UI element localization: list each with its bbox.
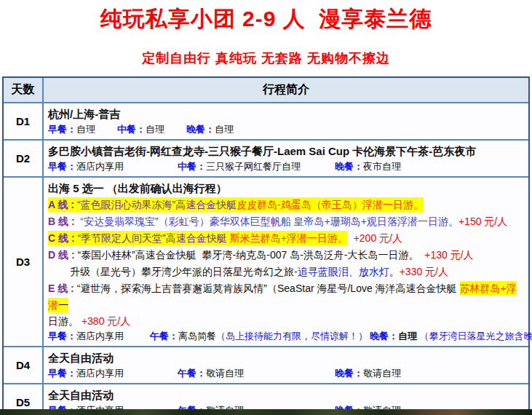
text-segment: +330 元/人 [400,266,448,277]
meal-value: 酒店内享用 [76,161,124,172]
content-line: 升级（星光号）攀牙湾少年派的日落星光奇幻之旅-追寻蓝眼泪、放水灯。+330 元/… [48,264,524,280]
text-segment: +200 元/人 [348,232,402,244]
table-header: 天数 行程简介 [4,78,528,103]
content-line: E 线 : “避世海，探索海上吉普赛邂逅莫肯族风情”（SeaStar 海星号/L… [48,280,524,314]
meal-value: 自理 [215,124,234,135]
meal-item: 早餐：自理 [48,122,95,137]
text-segment: 斯米兰群岛+浮潜一日游。 [230,231,348,245]
meal-line: 早餐：自理中餐：自理晚餐：自理 [48,122,524,137]
meal-value: 离岛简餐（岛上接待能力有限，尽情谅解！） [178,331,368,341]
content-line: 全天自由活动 [48,387,524,403]
text-segment: 日游。 [48,315,79,327]
text-segment: 全天自由活动 [48,352,114,364]
itinerary-rows: D1杭州/上海-普吉早餐：自理中餐：自理晚餐：自理D2多巴胺小镇普吉老街-网红查… [4,103,528,415]
meal-item: 晚餐：敬请自理 [335,366,401,381]
text-segment: 多巴胺小镇普吉老街-网红查龙寺-三只猴子餐厅-Laem Sai Cup 卡伦海景… [48,145,476,157]
text-segment: 杭州/上海-普吉 [48,108,120,120]
text-segment: -追寻蓝眼泪、放水灯 [294,266,389,277]
meal-label: 午餐： [150,331,178,341]
meal-item: 早餐：酒店内享用 [48,366,178,381]
text-segment: （岛上接待能力有限，尽情谅解！） [216,331,368,341]
meal-value: 夜市自理 [363,161,401,172]
text-segment: 升级（星光号）攀牙湾少年派的日落星光奇幻之旅 [70,266,294,277]
meal-label: 中餐： [117,124,146,135]
text-segment: “避世海，探索海上吉普赛邂逅莫肯族风情”（SeaStar 海星号/Love 海洋… [77,282,460,294]
header-day-label: 天数 [4,78,44,102]
text-segment: 一 [58,298,68,312]
text-segment: C 线 : [48,231,77,245]
meal-line: 早餐：酒店内享用午餐：离岛简餐（岛上接待能力有限，尽情谅解！）晚餐：自理 （攀牙… [48,329,524,344]
content-line: 杭州/上海-普吉 [48,106,524,122]
text-segment: A 线 : [48,197,77,212]
meal-item: 早餐：酒店内享用 [48,159,178,174]
text-segment: B 线 : [48,216,80,227]
desc-cell: 杭州/上海-普吉早餐：自理中餐：自理晚餐：自理 [44,103,528,139]
meal-value: 酒店内享用 [76,331,124,341]
meal-item: 晚餐：自理 （攀牙湾日落星光之旅含晚餐） [370,329,532,344]
text-segment: 自理 [398,331,417,341]
text-segment: 敬请自理 [363,368,401,379]
text-segment: +380 元/人 [79,315,130,327]
meal-label: 晚餐： [335,161,363,172]
meal-item: 中餐：自理 [117,122,164,137]
content-line: 多巴胺小镇普吉老街-网红查龙寺-三只猴子餐厅-Laem Sai Cup 卡伦海景… [48,143,524,159]
meal-item: 午餐：敬请自理 [178,366,335,381]
text-segment: “泰国小桂林”高速合金快艇 攀牙湾-纳克岛-007 岛-洪岛泛舟-大长岛一日游。 [77,249,418,261]
page-subtitle: 定制自由行 真纯玩 无套路 无购物不擦边 [0,50,532,67]
content-line: B 线 : “安达曼翡翠瑰宝”（彩虹号）豪华双体巨型帆船 皇帝岛+珊瑚岛+观日落… [48,213,524,230]
text-segment: 三只猴子网红餐厅自理 [206,161,301,172]
meal-label: 早餐： [48,161,76,172]
day-label: D4 [4,347,44,383]
text-segment: 自理 [215,124,234,135]
text-segment: 皮皮群岛-鸡蛋岛（帝王岛）浮潜一日游。 [237,197,424,212]
content-line: A 线 : “蓝色眼泪心动果冻海”高速合金快艇皮皮群岛-鸡蛋岛（帝王岛）浮潜一日… [48,197,524,213]
meal-value: 自理 [146,124,164,135]
text-segment: +130 元/人 [418,249,473,261]
meal-value: 酒店内享用 [76,368,124,379]
meal-value: 自理 [76,124,95,135]
text-segment: “蓝色眼泪心动果冻海”高速合金快艇 [77,197,237,212]
meal-item: 中餐：三只猴子网红餐厅自理 [178,159,335,174]
day-label: D2 [4,141,44,176]
text-segment: +150 元/人 [458,216,507,227]
text-segment: 全天自由活动 [48,389,114,401]
text-segment: 酒店内享用 [76,331,124,341]
text-segment: 敬请自理 [206,368,244,379]
meal-line: 早餐：酒店内享用午餐：敬请自理晚餐：敬请自理 [48,366,524,381]
text-segment: 自理 [146,124,164,135]
meal-label: 中餐： [178,161,206,172]
desc-cell: 全天自由活动早餐：酒店内享用午餐：敬请自理晚餐：敬请自理 [44,347,528,383]
text-segment: E 线 : [48,282,77,294]
header-desc-label: 行程简介 [44,82,528,98]
meal-value: 敬请自理 [363,368,401,379]
meal-line: 早餐：酒店内享用中餐：三只猴子网红餐厅自理晚餐：夜市自理 [48,159,524,174]
text-segment: “安达曼翡翠瑰宝”（彩虹号）豪华双体巨型帆船 皇帝岛+珊瑚岛+观日落浮潜一日游。 [80,216,458,227]
itinerary-table: 天数 行程简介 D1杭州/上海-普吉早餐：自理中餐：自理晚餐：自理D2多巴胺小镇… [2,76,530,415]
text-segment: 自理 [76,124,95,135]
meal-label: 晚餐： [370,331,398,341]
meal-item: 晚餐：自理 [186,122,234,137]
text-segment: 出海 5 选一 （出发前确认出海行程） [48,182,227,194]
text-segment: 离岛简餐 [178,331,216,341]
meal-label: 早餐： [48,368,76,379]
meal-item: 早餐：酒店内享用 [48,329,150,344]
text-segment: “季节限定人间天堂”高速合金快艇 [77,231,229,245]
meal-label: 午餐： [178,368,206,379]
text-segment: （攀牙湾日落星光之旅含晚餐） [417,331,532,341]
meal-label: 早餐： [48,331,76,341]
day-label: D3 [4,178,44,346]
desc-cell: 出海 5 选一 （出发前确认出海行程）A 线 : “蓝色眼泪心动果冻海”高速合金… [44,178,528,346]
photo-strip [0,409,532,415]
meal-value: 敬请自理 [206,368,244,379]
meal-item: 晚餐：夜市自理 [335,159,401,174]
text-segment: 。 [389,266,400,277]
meal-label: 晚餐： [335,368,363,379]
text-segment: 夜市自理 [363,161,401,172]
meal-label: 晚餐： [186,124,215,135]
desc-cell: 多巴胺小镇普吉老街-网红查龙寺-三只猴子餐厅-Laem Sai Cup 卡伦海景… [44,141,528,176]
content-line: C 线 : “季节限定人间天堂”高速合金快艇 斯米兰群岛+浮潜一日游。 +200… [48,230,524,247]
meal-item: 午餐：离岛简餐（岛上接待能力有限，尽情谅解！） [150,329,370,344]
text-segment: 酒店内享用 [76,368,124,379]
content-line: 全天自由活动 [48,349,524,366]
day-label: D1 [4,103,44,139]
